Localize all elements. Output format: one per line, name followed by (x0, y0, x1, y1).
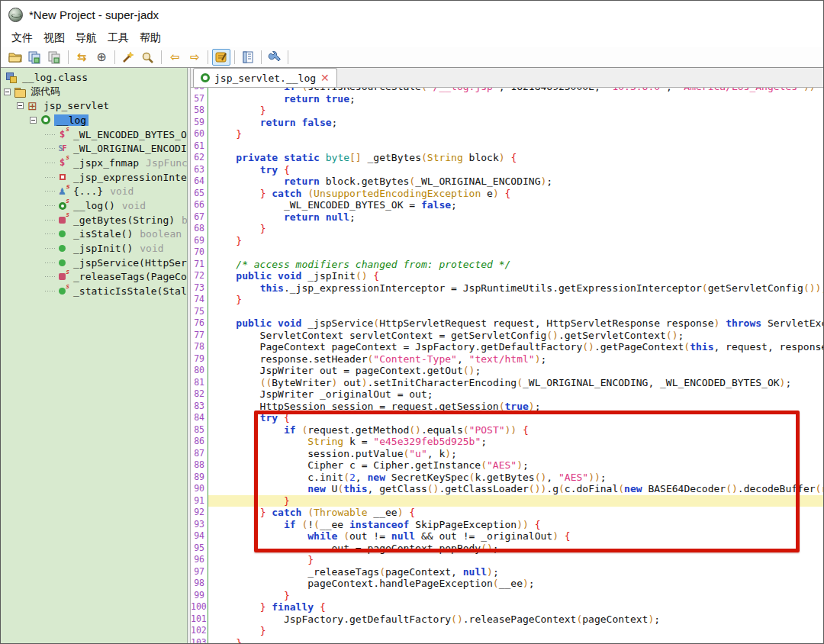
wire-sphere-icon: ⊕ (96, 51, 106, 63)
collapse-toggle[interactable] (4, 89, 11, 95)
line-number: 80 (191, 365, 208, 377)
tab-jsp-servlet-log[interactable]: jsp_servlet.__log ✕ (193, 68, 337, 87)
code-line-98: 98 pageContext.handlePageException(__ee)… (191, 578, 823, 590)
line-number: 82 (191, 388, 208, 401)
line-number: 89 (191, 472, 208, 484)
back-button[interactable]: ⇦ (166, 49, 184, 66)
code-editor: jsp_servlet.__log ✕ 56 if (sci.isResourc… (191, 68, 823, 643)
tree-item-jspx-fnmap[interactable]: $s_jspx_fnmapJspFunctionMapper (1, 156, 187, 170)
line-number: 91 (191, 495, 208, 507)
tree-item-label: _isStale() (71, 228, 135, 240)
code-line-65: 65 } catch (UnsupportedEncodingException… (191, 188, 823, 200)
line-number: 81 (191, 377, 208, 389)
tree-item-label: _jspx_fnmap (71, 157, 141, 169)
tree-item-getbytes-string[interactable]: s_getBytes(String)byte[] (1, 213, 187, 227)
global-search-button[interactable]: ⊕ (92, 49, 111, 66)
code-line-102: 102 } (191, 625, 823, 637)
line-number: 64 (191, 175, 208, 188)
class-tree-panel: __log.class源代码⊞jsp_servlet__log$s_WL_ENC… (1, 68, 188, 643)
line-number: 62 (191, 152, 208, 164)
code-line-93: 93 if (!(__ee instanceof SkipPageExcepti… (191, 519, 823, 531)
tree-item-wl-encoded-bytes-ok[interactable]: $s_WL_ENCODED_BYTES_OK (1, 127, 187, 142)
close-icon[interactable]: ✕ (320, 72, 330, 84)
line-number: 83 (191, 401, 208, 413)
line-number: 85 (191, 424, 208, 436)
code-line-71: 71 /* access modifiers changed from: pro… (191, 259, 823, 271)
preferences-button[interactable] (266, 49, 284, 66)
line-number: 96 (191, 554, 208, 566)
code-line-92: 92 } catch (Throwable __ee) { (191, 507, 823, 519)
tree-item-[interactable]: 源代码 (1, 85, 187, 99)
line-number: 57 (191, 93, 208, 105)
code-line-70: 70 (191, 246, 823, 259)
code-line-72: 72 public void _jspInit() { (191, 270, 823, 282)
line-number: 78 (191, 341, 208, 353)
tree-item-label: _WL_ORIGINAL_ENCODING (71, 143, 187, 154)
tree-item-label: _getBytes(String) (71, 214, 177, 226)
edit-mode-toggle[interactable] (212, 49, 230, 66)
save-all-button[interactable] (26, 49, 44, 66)
tree-item-log[interactable]: __log (1, 113, 187, 127)
window-title: *New Project - super-jadx (29, 8, 159, 21)
code-line-87: 87 session.putValue("u", k); (191, 448, 823, 460)
code-line-84: 84 try { (191, 412, 823, 424)
line-number: 79 (191, 353, 208, 365)
log-viewer-button[interactable] (239, 49, 257, 66)
tree-item-jsp-servlet[interactable]: ⊞jsp_servlet (1, 98, 187, 113)
tree-item-log[interactable]: s__log()void (1, 198, 187, 213)
line-number: 100 (191, 601, 208, 613)
forward-button[interactable]: ⇨ (185, 49, 204, 66)
code-line-96: 96 } (191, 554, 823, 566)
code-line-89: 89 c.init(2, new SecretKeySpec(k.getByte… (191, 472, 823, 484)
line-number: 101 (191, 613, 208, 626)
back-arrow-icon: ⇦ (170, 52, 180, 63)
sync-button[interactable]: ⇆ (72, 49, 91, 66)
menu-item[interactable]: 导航 (71, 30, 101, 47)
open-file-button[interactable] (6, 49, 24, 66)
menu-item[interactable]: 帮助 (135, 30, 166, 47)
code-line-90: 90 new U(this, getClass().getClassLoader… (191, 483, 823, 495)
tree-item-label: _jspService(HttpServletRequest, HttpServ… (71, 257, 187, 269)
tree-item-staticisstale-stalechecker[interactable]: s_staticIsStale(StaleChecker) (1, 284, 187, 298)
code-viewport[interactable]: 56 if (sci.isResourceStale("/__log.jsp",… (191, 88, 823, 643)
line-number: 99 (191, 590, 208, 602)
deobfuscation-button[interactable] (119, 49, 137, 66)
tree-item-log-class[interactable]: __log.class (1, 70, 187, 85)
export-button[interactable] (46, 49, 64, 66)
tree-item-[interactable]: ♟s{...}void (1, 185, 187, 199)
line-number: 102 (191, 625, 208, 637)
code-line-66: 66 _WL_ENCODED_BYTES_OK = false; (191, 199, 823, 211)
search-button[interactable] (139, 49, 157, 66)
tree-item-jsp-expressioninterceptor[interactable]: _jsp_expressionInterceptor (1, 170, 187, 185)
code-line-57: 57 return true; (191, 93, 823, 105)
menu-item[interactable]: 工具 (103, 30, 134, 47)
title-bar: *New Project - super-jadx (1, 1, 823, 28)
line-number: 66 (191, 199, 208, 211)
tree-item-jspservice-httpservletrequest-httpservletresponse[interactable]: _jspService(HttpServletRequest, HttpServ… (1, 256, 187, 270)
line-number: 65 (191, 188, 208, 200)
code-line-79: 79 response.setHeader("Content-Type", "t… (191, 353, 823, 365)
toolbar-separator (234, 50, 235, 64)
collapse-toggle[interactable] (30, 117, 37, 124)
tree-item-jspinit[interactable]: _jspInit()void (1, 241, 187, 256)
magic-wand-icon (121, 51, 135, 64)
menu-item[interactable]: 视图 (39, 30, 69, 47)
toolbar-separator (288, 50, 288, 64)
code-line-76: 76 public void _jspService(HttpServletRe… (191, 317, 823, 330)
tree-item-isstale[interactable]: _isStale()boolean (1, 227, 187, 242)
code-line-85: 85 if (request.getMethod().equals("POST"… (191, 424, 823, 436)
tree-item-wl-original-encoding[interactable]: SF_WL_ORIGINAL_ENCODING (1, 141, 187, 156)
code-line-82: 82 JspWriter _originalOut = out; (191, 388, 823, 401)
code-line-95: 95 out = pageContext.popBody(); (191, 543, 823, 555)
tree-item-releasetags-pagecontext-throwable[interactable]: s_releaseTags(PageContext, Throwable) (1, 270, 187, 285)
code-line-58: 58 } (191, 105, 823, 117)
code-line-73: 73 this._jsp_expressionInterceptor = Jsp… (191, 282, 823, 295)
line-number: 68 (191, 223, 208, 235)
code-line-60: 60 } (191, 128, 823, 140)
menu-item[interactable]: 文件 (7, 30, 37, 47)
collapse-toggle[interactable] (17, 102, 24, 109)
code-line-101: 101 JspFactory.getDefaultFactory().relea… (191, 613, 823, 626)
line-number: 69 (191, 235, 208, 247)
line-number: 93 (191, 519, 208, 531)
code-line-59: 59 return false; (191, 117, 823, 129)
